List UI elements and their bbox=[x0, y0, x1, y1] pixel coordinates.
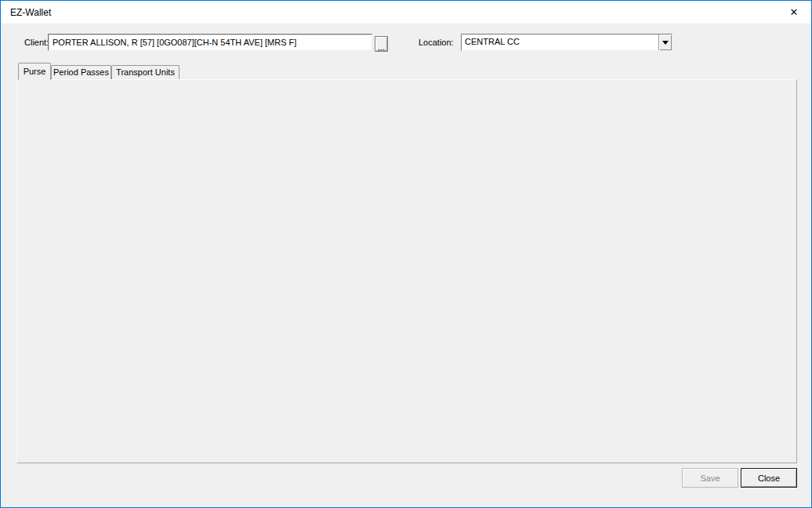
window-title: EZ-Wallet bbox=[10, 7, 51, 18]
close-icon: ✕ bbox=[790, 6, 799, 18]
close-button-footer[interactable]: Close bbox=[741, 468, 797, 488]
client-label: Client: bbox=[24, 34, 49, 51]
ellipsis-icon: ... bbox=[378, 45, 385, 49]
tab-transport-units[interactable]: Transport Units bbox=[111, 65, 179, 79]
tab-page-purse bbox=[16, 79, 797, 463]
save-button: Save bbox=[682, 468, 738, 488]
client-browse-button[interactable]: ... bbox=[375, 36, 388, 52]
location-label: Location: bbox=[419, 34, 454, 51]
location-combo-value: CENTRAL CC bbox=[462, 34, 658, 50]
client-input-frame bbox=[48, 34, 372, 51]
tab-period-passes[interactable]: Period Passes bbox=[51, 65, 111, 79]
location-combo[interactable]: CENTRAL CC bbox=[461, 34, 672, 51]
chevron-down-icon bbox=[662, 41, 669, 48]
title-bar: EZ-Wallet ✕ bbox=[1, 1, 811, 24]
close-button[interactable]: ✕ bbox=[786, 5, 802, 20]
client-input[interactable] bbox=[49, 34, 372, 50]
ez-wallet-window: EZ-Wallet ✕ Client: ... Location: CENTRA… bbox=[0, 0, 812, 508]
tab-purse[interactable]: Purse bbox=[18, 63, 51, 80]
